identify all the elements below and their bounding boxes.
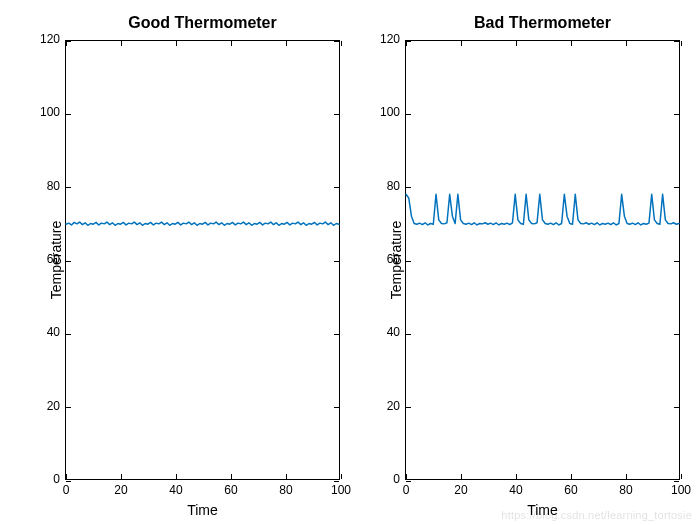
series-path [406,194,679,225]
x-tick-label: 80 [279,479,292,497]
y-tick-label: 100 [380,105,406,119]
y-tick-label: 20 [47,399,66,413]
chart-title: Good Thermometer [65,14,340,32]
subplot-bad-thermometer: Bad Thermometer 020406080100120020406080… [405,40,680,480]
y-tick-label: 20 [387,399,406,413]
y-tick-label: 120 [380,32,406,46]
y-axis-label: Temperature [48,221,64,300]
figure: Good Thermometer 02040608010012002040608… [0,0,700,525]
line-series [406,41,679,479]
y-tick-label: 80 [387,179,406,193]
x-tick-label: 0 [63,479,70,497]
x-tick-label: 40 [169,479,182,497]
x-tick-label: 0 [403,479,410,497]
x-tick-label: 100 [331,479,351,497]
x-tick-label: 60 [224,479,237,497]
y-tick-label: 120 [40,32,66,46]
y-tick-label: 100 [40,105,66,119]
y-tick-label: 40 [47,325,66,339]
x-axis-label: Time [65,502,340,518]
x-tick-label: 80 [619,479,632,497]
x-tick-label: 20 [454,479,467,497]
x-tick-label: 20 [114,479,127,497]
x-tick-label: 40 [509,479,522,497]
x-tick-label: 60 [564,479,577,497]
chart-title: Bad Thermometer [405,14,680,32]
x-tick-label: 100 [671,479,691,497]
axes: 020406080100120020406080100 [405,40,680,480]
y-axis-label: Temperature [388,221,404,300]
y-tick-label: 80 [47,179,66,193]
series-path [66,222,339,225]
y-tick-label: 40 [387,325,406,339]
axes: 020406080100120020406080100 [65,40,340,480]
subplot-good-thermometer: Good Thermometer 02040608010012002040608… [65,40,340,480]
line-series [66,41,339,479]
x-axis-label: Time [405,502,680,518]
